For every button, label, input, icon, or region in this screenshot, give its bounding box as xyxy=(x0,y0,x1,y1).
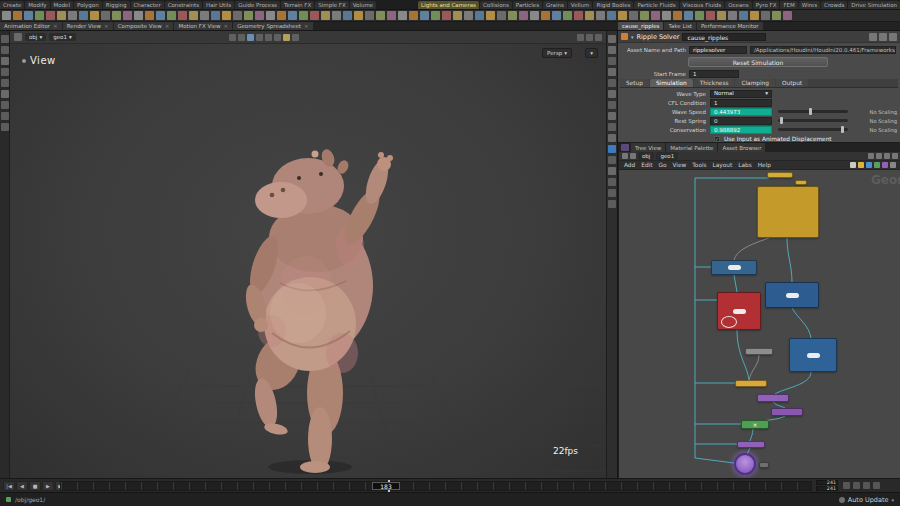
shelf-tool-icon[interactable] xyxy=(189,11,198,20)
graph-node[interactable] xyxy=(757,186,819,238)
shelf-tool-icon[interactable] xyxy=(409,11,418,20)
lock-icon[interactable] xyxy=(879,33,887,41)
shelf-tool-icon[interactable] xyxy=(266,11,275,20)
shelf-tab-guide-process[interactable]: Guide Process xyxy=(235,1,280,9)
shelf-tool-icon[interactable] xyxy=(277,11,286,20)
asset-name-field[interactable]: ripplesolver xyxy=(689,46,747,54)
shelf-tab-character[interactable]: Character xyxy=(131,1,164,9)
shelf-tool-icon[interactable] xyxy=(244,11,253,20)
snap-tool-icon[interactable] xyxy=(247,34,254,41)
forward-icon[interactable] xyxy=(630,153,636,159)
folder-tab-setup[interactable]: Setup xyxy=(620,79,649,87)
display-option-icon[interactable] xyxy=(608,134,616,142)
output-node[interactable] xyxy=(734,453,756,475)
shelf-tab-particle-fluids[interactable]: Particle Fluids xyxy=(634,1,678,9)
pin-icon[interactable] xyxy=(869,33,877,41)
shelf-tool-icon[interactable] xyxy=(783,11,792,20)
slider-handle[interactable] xyxy=(841,126,844,133)
view-options-selector[interactable]: ▾ xyxy=(585,48,598,58)
graph-node[interactable] xyxy=(737,441,765,448)
network-tab-tree-view[interactable]: Tree View xyxy=(631,143,665,152)
graph-node[interactable]: × xyxy=(741,420,769,429)
menu-help[interactable]: Help xyxy=(758,162,771,168)
graph-node[interactable] xyxy=(795,180,807,185)
shelf-tab-viscous-fluids[interactable]: Viscous Fluids xyxy=(680,1,725,9)
view-tool-icon[interactable] xyxy=(595,34,602,41)
shelf-tool-icon[interactable] xyxy=(288,11,297,20)
shelf-tool-icon[interactable] xyxy=(365,11,374,20)
shelf-tool-icon[interactable] xyxy=(585,11,594,20)
network-tab-material-palette[interactable]: Material Palette xyxy=(666,143,717,152)
shelf-tool-icon[interactable] xyxy=(662,11,671,20)
shelf-tool-icon[interactable] xyxy=(13,11,22,20)
network-display-icon[interactable] xyxy=(858,162,864,168)
shelf-tool-icon[interactable] xyxy=(431,11,440,20)
shelf-tool-icon[interactable] xyxy=(739,11,748,20)
folder-tab-output[interactable]: Output xyxy=(776,79,808,87)
transport--[interactable]: |◀ xyxy=(3,481,15,491)
shelf-tool-icon[interactable] xyxy=(156,11,165,20)
shelf-tab-volume[interactable]: Volume xyxy=(350,1,376,9)
pane-tab-cause-ripples[interactable]: cause_ripples xyxy=(618,22,663,30)
shelf-tab-polygon[interactable]: Polygon xyxy=(74,1,102,9)
chevron-down-icon[interactable]: ▾ xyxy=(631,34,634,40)
snap-tool-icon[interactable] xyxy=(238,34,245,41)
display-option-icon[interactable] xyxy=(608,189,616,197)
graph-node[interactable] xyxy=(745,348,773,355)
pane-tab-motion-fx-view[interactable]: Motion FX View× xyxy=(174,22,232,30)
shelf-tool-icon[interactable] xyxy=(343,11,352,20)
shelf-tab-rigging[interactable]: Rigging xyxy=(103,1,130,9)
shelf-tab-modify[interactable]: Modify xyxy=(25,1,49,9)
param-rest-spring-slider[interactable] xyxy=(778,119,848,122)
shelf-tool-icon[interactable] xyxy=(442,11,451,20)
network-view-tab-icon[interactable] xyxy=(621,144,629,151)
shelf-tool-icon[interactable] xyxy=(134,11,143,20)
graph-node[interactable] xyxy=(789,338,837,372)
network-tab-asset-browser[interactable]: Asset Browser xyxy=(718,143,765,152)
shelf-tool-icon[interactable] xyxy=(497,11,506,20)
shelf-tool-icon[interactable] xyxy=(354,11,363,20)
shelf-tool-icon[interactable] xyxy=(376,11,385,20)
shelf-tool-icon[interactable] xyxy=(574,11,583,20)
menu-layout[interactable]: Layout xyxy=(713,162,733,168)
range-end-field[interactable]: 241 xyxy=(816,480,838,485)
graph-node[interactable] xyxy=(765,282,819,308)
shelf-tool-icon[interactable] xyxy=(178,11,187,20)
update-mode-icon[interactable] xyxy=(839,497,845,503)
snap-tool-icon[interactable] xyxy=(283,34,290,41)
pane-tab-render-view[interactable]: Render View× xyxy=(63,22,113,30)
shelf-tool-icon[interactable] xyxy=(464,11,473,20)
shelf-tab-rigid-bodies[interactable]: Rigid Bodies xyxy=(593,1,633,9)
shelf-tool-icon[interactable] xyxy=(519,11,528,20)
shelf-tool-icon[interactable] xyxy=(552,11,561,20)
pane-tab-performance-monitor[interactable]: Performance Monitor xyxy=(697,22,763,30)
shelf-tool-icon[interactable] xyxy=(706,11,715,20)
shelf-tool-icon[interactable] xyxy=(112,11,121,20)
node-flag-badge[interactable] xyxy=(807,353,820,358)
shelf-tool-icon[interactable] xyxy=(145,11,154,20)
path-node-crumb[interactable]: geo1▾ xyxy=(49,33,76,41)
param-wave-speed-slider[interactable] xyxy=(778,110,848,113)
snap-tool-icon[interactable] xyxy=(229,34,236,41)
scene-viewport[interactable]: obj▾ geo1▾ View Persp▾ ▾ 22fps xyxy=(10,31,606,478)
menu-add[interactable]: Add xyxy=(624,162,635,168)
display-option-icon[interactable] xyxy=(608,145,616,153)
shelf-tool-icon[interactable] xyxy=(222,11,231,20)
playback-option-icon[interactable] xyxy=(843,482,850,489)
graph-node[interactable] xyxy=(711,260,757,275)
graph-node[interactable] xyxy=(771,408,803,416)
network-editor[interactable]: Tree ViewMaterial PaletteAsset Browser o… xyxy=(618,143,900,478)
slider-handle[interactable] xyxy=(780,117,783,124)
shelf-tab-fem[interactable]: FEM xyxy=(780,1,797,9)
shelf-tool-icon[interactable] xyxy=(673,11,682,20)
tool-strip-icon[interactable] xyxy=(1,123,9,131)
view-tool-icon[interactable] xyxy=(586,34,593,41)
tool-strip-icon[interactable] xyxy=(1,101,9,109)
shelf-tool-icon[interactable] xyxy=(728,11,737,20)
shelf-tool-icon[interactable] xyxy=(332,11,341,20)
selection-ring[interactable] xyxy=(721,316,737,328)
param-conservation-field[interactable]: 0.988892 xyxy=(710,126,772,134)
shelf-tool-icon[interactable] xyxy=(310,11,319,20)
snap-tool-icon[interactable] xyxy=(256,34,263,41)
global-end-field[interactable]: 241 xyxy=(816,486,838,491)
